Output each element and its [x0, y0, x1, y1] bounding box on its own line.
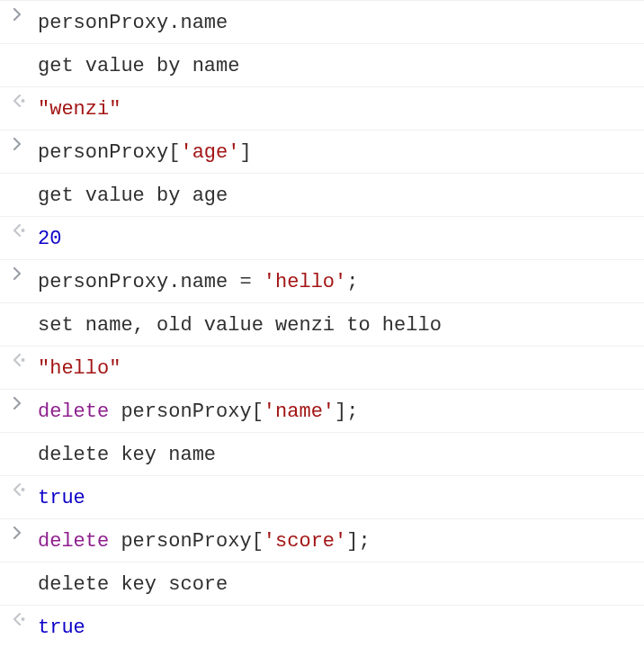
- console-row-gutter: [7, 266, 38, 280]
- console-row-gutter: [7, 438, 38, 440]
- token-default: ;: [346, 271, 358, 293]
- console-row-input[interactable]: personProxy['age']: [0, 130, 644, 173]
- console-row-input[interactable]: delete personProxy['score'];: [0, 518, 644, 562]
- console-row-gutter: [7, 309, 38, 310]
- console-row-log[interactable]: get value by name: [0, 43, 644, 86]
- console-row-input[interactable]: personProxy.name = 'hello';: [0, 259, 644, 302]
- console-row-content: get value by name: [38, 50, 644, 81]
- chevron-right-icon: [13, 138, 22, 150]
- token-log: get value by name: [38, 55, 239, 77]
- console-row-log[interactable]: delete key name: [0, 432, 644, 475]
- token-default: personProxy[: [109, 530, 264, 553]
- console-row-content: true: [38, 482, 644, 513]
- token-string: 'score': [264, 530, 346, 553]
- console-row-gutter: [7, 395, 38, 410]
- svg-point-3: [22, 488, 25, 491]
- console-row-input[interactable]: delete personProxy['name'];: [0, 389, 644, 432]
- console-row-content: get value by age: [38, 179, 644, 211]
- console-row-content: personProxy.name = 'hello';: [38, 266, 644, 297]
- chevron-left-dot-icon: [13, 94, 26, 107]
- console-row-gutter: [7, 93, 38, 107]
- token-string: "wenzi": [38, 98, 121, 121]
- token-log: delete key score: [38, 573, 228, 596]
- token-string: 'hello': [264, 271, 346, 293]
- chevron-left-dot-icon: [13, 613, 26, 626]
- console-row-content: 20: [38, 222, 644, 254]
- token-log: get value by age: [38, 184, 228, 207]
- console-row-content: true: [38, 611, 644, 643]
- console-row-content: "hello": [38, 352, 644, 383]
- console-row-content: delete key name: [38, 438, 644, 470]
- token-log: set name, old value wenzi to hello: [38, 314, 442, 337]
- token-string: 'name': [264, 400, 335, 423]
- token-log: delete key name: [38, 444, 216, 466]
- chevron-left-dot-icon: [13, 224, 26, 237]
- console-row-gutter: [7, 611, 38, 626]
- token-default: personProxy.name: [38, 12, 228, 34]
- console-row-gutter: [7, 352, 38, 366]
- token-default: personProxy[: [38, 141, 180, 164]
- token-default: ];: [335, 400, 358, 423]
- chevron-right-icon: [13, 8, 22, 21]
- console-row-log[interactable]: set name, old value wenzi to hello: [0, 302, 644, 346]
- token-string: "hello": [38, 357, 121, 380]
- console-row-content: set name, old value wenzi to hello: [38, 309, 644, 340]
- console-row-content: delete personProxy['score'];: [38, 525, 644, 556]
- console-row-gutter: [7, 568, 38, 570]
- console-row-gutter: [7, 6, 38, 21]
- token-number: 20: [38, 228, 61, 250]
- console-row-gutter: [7, 222, 38, 237]
- console-output: personProxy.nameget value by name"wenzi"…: [0, 0, 644, 648]
- console-row-output[interactable]: 20: [0, 216, 644, 259]
- console-row-log[interactable]: get value by age: [0, 173, 644, 216]
- console-row-gutter: [7, 50, 38, 51]
- chevron-left-dot-icon: [13, 354, 26, 366]
- console-row-gutter: [7, 179, 38, 181]
- chevron-right-icon: [13, 526, 22, 539]
- chevron-right-icon: [13, 267, 22, 280]
- console-row-output[interactable]: "hello": [0, 346, 644, 389]
- console-row-content: personProxy['age']: [38, 136, 644, 167]
- svg-point-1: [22, 229, 25, 232]
- chevron-left-dot-icon: [13, 483, 26, 496]
- console-row-content: personProxy.name: [38, 6, 644, 38]
- console-row-output[interactable]: true: [0, 605, 644, 648]
- console-row-content: delete key score: [38, 568, 644, 599]
- console-row-content: "wenzi": [38, 93, 644, 124]
- console-row-log[interactable]: delete key score: [0, 562, 644, 605]
- console-row-output[interactable]: "wenzi": [0, 86, 644, 130]
- token-keyword: delete: [38, 530, 109, 553]
- token-boolean: true: [38, 616, 85, 639]
- console-row-gutter: [7, 482, 38, 496]
- svg-point-2: [22, 358, 25, 362]
- token-boolean: true: [38, 487, 85, 509]
- svg-point-4: [22, 617, 25, 621]
- console-row-gutter: [7, 525, 38, 539]
- token-default: personProxy.name =: [38, 271, 264, 293]
- token-default: personProxy[: [109, 400, 264, 423]
- console-row-content: delete personProxy['name'];: [38, 395, 644, 427]
- console-row-output[interactable]: true: [0, 475, 644, 518]
- console-row-gutter: [7, 136, 38, 150]
- token-string: 'age': [180, 141, 239, 164]
- chevron-right-icon: [13, 397, 22, 410]
- token-keyword: delete: [38, 400, 109, 423]
- token-default: ];: [346, 530, 370, 553]
- token-default: ]: [239, 141, 251, 164]
- svg-point-0: [22, 99, 25, 103]
- console-row-input[interactable]: personProxy.name: [0, 0, 644, 43]
